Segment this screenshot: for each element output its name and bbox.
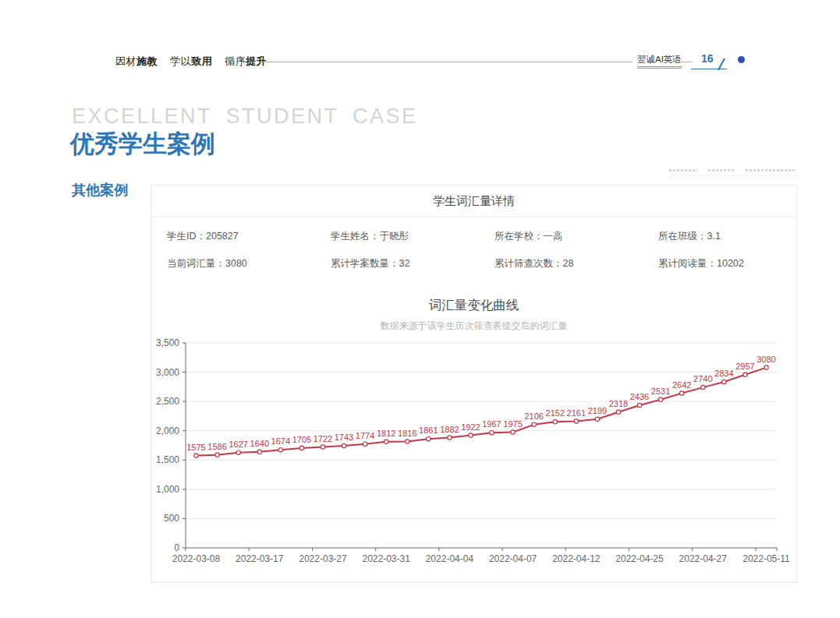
student-name-field: 学生姓名：于晓彤 [331, 230, 494, 243]
data-point [680, 391, 684, 395]
student-info-row: 学生ID：205827 学生姓名：于晓彤 所在学校：一高 所在班级：3.1 [151, 230, 796, 243]
data-point [215, 453, 219, 457]
data-point-label: 1861 [419, 426, 438, 435]
data-point [743, 373, 747, 376]
data-point-label: 2740 [693, 374, 712, 383]
card-title-divider [151, 217, 796, 217]
slogan-word-3-normal: 循序 [225, 55, 246, 67]
data-point [511, 430, 515, 434]
chart-subtitle: 数据来源于该学生历次筛查表提交后的词汇量 [151, 320, 796, 333]
data-point-label: 1816 [398, 429, 416, 438]
data-point-label: 3080 [757, 355, 775, 364]
data-point [427, 437, 431, 441]
data-point-label: 1975 [503, 419, 522, 429]
clipped-text-row [669, 161, 799, 171]
data-point [553, 420, 557, 424]
data-point [722, 380, 726, 383]
clipped-row-divider [669, 175, 799, 176]
data-point [616, 410, 620, 414]
x-tick-label: 2022-04-07 [489, 553, 537, 564]
data-point [278, 448, 282, 452]
page-number-underline [691, 69, 727, 69]
section-label-other-cases[interactable]: 其他案例 [72, 181, 128, 200]
data-point-label: 1922 [461, 422, 480, 432]
data-point-label: 1882 [440, 425, 459, 434]
data-point-label: 2531 [651, 387, 670, 396]
header-slogan: 因材施教 学以致用 循序提升 [115, 55, 276, 69]
page-title: 优秀学生案例 [70, 128, 215, 161]
data-point-label: 1722 [314, 434, 332, 443]
data-point [701, 385, 705, 389]
slogan-word-2-normal: 学以 [170, 55, 191, 67]
data-point-label: 1812 [377, 429, 395, 438]
data-point [532, 422, 536, 426]
data-point [448, 436, 452, 440]
data-point [595, 417, 599, 421]
data-point-label: 2199 [588, 406, 607, 415]
total-lessons-field: 累计学案数量：32 [331, 257, 494, 270]
data-point [236, 450, 240, 454]
page-number: 16 [701, 52, 714, 65]
slogan-word-1-normal: 因材 [115, 55, 136, 67]
student-stats-row: 当前词汇量：3080 累计学案数量：32 累计筛查次数：28 累计阅读量：102… [151, 257, 796, 270]
total-reading-field: 累计阅读量：10202 [658, 257, 796, 270]
y-tick-label: 3,000 [156, 367, 179, 378]
data-point-label: 2436 [630, 392, 649, 401]
x-tick-label: 2022-04-27 [679, 553, 728, 564]
total-screenings-field: 累计筛查次数：28 [494, 257, 658, 270]
data-point-label: 1774 [356, 431, 374, 440]
y-axis: 05001,0001,5002,0002,5003,0003,500 [156, 337, 186, 553]
data-labels: 1575158616271640167417051722174317741812… [186, 355, 775, 452]
line-chart-svg: 05001,0001,5002,0002,5003,0003,5002022-0… [151, 334, 798, 571]
y-tick-label: 500 [164, 513, 179, 524]
y-tick-label: 2,000 [156, 426, 179, 436]
data-point-label: 1627 [229, 440, 247, 449]
x-tick-label: 2022-03-08 [172, 553, 221, 564]
data-point-label: 1586 [207, 442, 226, 451]
y-tick-label: 1,500 [156, 454, 179, 465]
data-point [574, 419, 578, 423]
x-tick-label: 2022-04-25 [615, 553, 664, 564]
data-point [764, 366, 768, 369]
student-school-field: 所在学校：一高 [494, 230, 658, 243]
clipped-text-fragment [708, 169, 735, 171]
data-point [637, 403, 641, 407]
grid-lines [186, 343, 777, 518]
card-title: 学生词汇量详情 [151, 194, 796, 209]
data-point-label: 1967 [482, 419, 501, 429]
data-point-label: 1743 [335, 433, 353, 442]
data-point [342, 443, 346, 447]
y-tick-label: 2,500 [156, 396, 179, 407]
data-point [299, 446, 303, 450]
data-point-label: 2318 [609, 399, 628, 408]
student-class-field: 所在班级：3.1 [658, 230, 796, 243]
data-point-label: 1575 [186, 443, 205, 452]
data-point-label: 2106 [524, 411, 543, 421]
data-point-label: 2152 [546, 408, 565, 418]
x-tick-label: 2022-04-12 [552, 553, 601, 564]
data-point [194, 454, 198, 457]
x-tick-label: 2022-03-31 [362, 553, 410, 564]
clipped-text-fragment [669, 169, 697, 171]
data-point [385, 440, 388, 443]
y-tick-label: 1,000 [156, 484, 179, 495]
data-point-label: 1640 [250, 439, 269, 448]
data-point-label: 1705 [292, 435, 311, 444]
data-point [469, 433, 473, 437]
y-tick-label: 3,500 [156, 337, 179, 348]
data-point-label: 2161 [567, 408, 586, 418]
brand-dash-line [668, 62, 693, 62]
x-tick-label: 2022-05-11 [743, 553, 790, 564]
x-tick-label: 2022-03-17 [236, 553, 284, 564]
data-point [490, 431, 494, 435]
y-tick-label: 0 [174, 542, 179, 553]
header-dot [738, 56, 745, 63]
data-point [257, 450, 261, 454]
data-point [321, 445, 324, 449]
data-point [406, 440, 409, 443]
data-point-label: 1674 [271, 436, 290, 446]
student-id-field: 学生ID：205827 [167, 230, 331, 243]
vocab-line-chart: 05001,0001,5002,0002,5003,0003,5002022-0… [151, 334, 798, 571]
x-axis: 2022-03-082022-03-172022-03-272022-03-31… [172, 548, 790, 564]
data-point-label: 2642 [672, 380, 691, 390]
